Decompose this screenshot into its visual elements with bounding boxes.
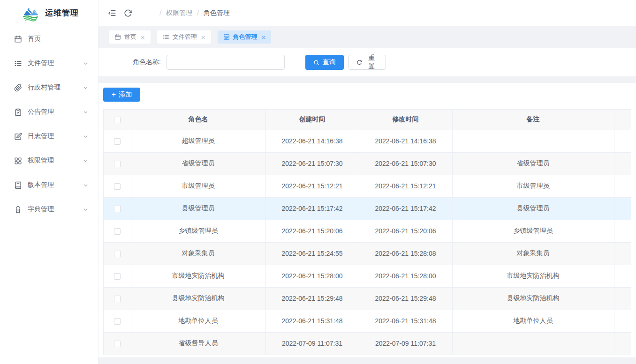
row-checkbox[interactable] bbox=[114, 228, 121, 235]
table-row[interactable]: 市级管理员 2022-06-21 15:12:21 2022-06-21 15:… bbox=[104, 175, 631, 197]
breadcrumb-separator: / bbox=[159, 9, 161, 17]
cell-modified-time: 2022-06-21 15:28:00 bbox=[359, 265, 452, 287]
sidebar-item-dict[interactable]: 字典管理 bbox=[0, 197, 98, 222]
edit-icon bbox=[14, 133, 22, 141]
chevron-down-icon bbox=[83, 134, 89, 140]
cell-remark: 对象采集员 bbox=[452, 242, 614, 265]
row-checkbox[interactable] bbox=[114, 273, 121, 280]
cell-modified-time: 2022-07-09 11:07:31 bbox=[359, 332, 452, 355]
close-icon[interactable]: × bbox=[201, 34, 205, 41]
calendar-icon bbox=[114, 34, 121, 40]
sidebar-item-log[interactable]: 日志管理 bbox=[0, 124, 98, 149]
table-row[interactable]: 县级地灾防治机构 2022-06-21 15:29:48 2022-06-21 … bbox=[104, 287, 631, 310]
paperclip-icon bbox=[14, 84, 22, 92]
reset-button[interactable]: 重置 bbox=[348, 55, 386, 70]
sidebar-item-notice[interactable]: 公告管理 bbox=[0, 100, 98, 124]
list-icon bbox=[163, 34, 169, 40]
grid-icon bbox=[14, 157, 22, 165]
sidebar-item-file[interactable]: 文件管理 bbox=[0, 51, 98, 75]
table-row[interactable]: 乡镇级管理员 2022-06-21 15:20:06 2022-06-21 15… bbox=[104, 220, 631, 242]
table-row[interactable]: 对象采集员 2022-06-21 15:24:55 2022-06-21 15:… bbox=[104, 242, 631, 265]
chevron-down-icon bbox=[83, 207, 89, 213]
chevron-down-icon bbox=[83, 109, 89, 115]
sidebar-item-village[interactable]: 行政村管理 bbox=[0, 75, 98, 100]
col-role-name: 角色名 bbox=[131, 110, 265, 130]
table-row[interactable]: 省级管理员 2022-06-21 15:07:30 2022-06-21 15:… bbox=[104, 152, 631, 175]
breadcrumb-item-permission[interactable]: 权限管理 bbox=[166, 9, 192, 17]
clipboard-icon bbox=[14, 108, 22, 116]
add-button[interactable]: + 添加 bbox=[103, 88, 140, 102]
row-checkbox[interactable] bbox=[114, 296, 121, 302]
menu-fold-icon[interactable] bbox=[104, 5, 120, 21]
col-modified-time: 修改时间 bbox=[359, 110, 452, 130]
cell-role-name: 省级管理员 bbox=[131, 152, 265, 175]
col-created-time: 创建时间 bbox=[265, 110, 359, 130]
select-all-checkbox[interactable] bbox=[114, 117, 121, 123]
cell-role-name: 县级地灾防治机构 bbox=[131, 287, 265, 310]
plus-icon: + bbox=[112, 91, 116, 98]
sidebar-item-version[interactable]: 版本管理 bbox=[0, 173, 98, 197]
sidebar-item-home[interactable]: 首页 bbox=[0, 27, 98, 51]
close-icon[interactable]: × bbox=[262, 34, 266, 41]
cell-created-time: 2022-06-21 15:29:48 bbox=[265, 287, 359, 310]
chevron-down-icon bbox=[83, 60, 89, 67]
cell-modified-time: 2022-06-21 15:17:42 bbox=[359, 197, 452, 220]
table-row[interactable]: 超级管理员 2022-06-21 14:16:38 2022-06-21 14:… bbox=[104, 130, 631, 152]
table-row[interactable]: 县级管理员 2022-06-21 15:17:42 2022-06-21 15:… bbox=[104, 197, 631, 220]
cell-remark: 县级地灾防治机构 bbox=[452, 287, 614, 310]
tab-home[interactable]: 首页 × bbox=[109, 30, 151, 44]
sidebar-item-permission[interactable]: 权限管理 bbox=[0, 149, 98, 173]
col-extra bbox=[614, 110, 631, 130]
cell-remark: 市级管理员 bbox=[452, 175, 614, 197]
refresh-icon[interactable] bbox=[120, 5, 136, 21]
row-checkbox[interactable] bbox=[114, 206, 121, 212]
cell-created-time: 2022-06-21 15:28:00 bbox=[265, 265, 359, 287]
cell-role-name: 市级管理员 bbox=[131, 175, 265, 197]
cell-created-time: 2022-06-21 15:20:06 bbox=[265, 220, 359, 242]
role-table: 角色名 创建时间 修改时间 备注 超级管理员 2022-06-21 14:16:… bbox=[103, 109, 631, 355]
table-header-row: 角色名 创建时间 修改时间 备注 bbox=[104, 110, 631, 130]
table-row[interactable]: 省级督导人员 2022-07-09 11:07:31 2022-07-09 11… bbox=[104, 332, 631, 355]
role-name-label: 角色名称: bbox=[133, 58, 161, 67]
app-logo bbox=[21, 5, 40, 22]
book-icon bbox=[14, 181, 22, 189]
cell-created-time: 2022-06-21 15:17:42 bbox=[265, 197, 359, 220]
chevron-down-icon bbox=[83, 158, 89, 164]
row-checkbox[interactable] bbox=[114, 183, 121, 190]
chevron-down-icon bbox=[83, 182, 89, 188]
main-area: / 权限管理 / 角色管理 首页 × 文件管理 × 角色管理 × 角色名称: 查… bbox=[98, 0, 636, 364]
role-name-input[interactable] bbox=[167, 55, 285, 70]
table-body: 超级管理员 2022-06-21 14:16:38 2022-06-21 14:… bbox=[104, 130, 631, 355]
row-checkbox[interactable] bbox=[114, 341, 121, 347]
calendar-icon bbox=[14, 35, 22, 43]
close-icon[interactable]: × bbox=[141, 34, 145, 41]
row-checkbox[interactable] bbox=[114, 318, 121, 325]
row-checkbox[interactable] bbox=[114, 138, 121, 145]
cell-remark: 县级管理员 bbox=[452, 197, 614, 220]
refresh-icon bbox=[356, 59, 363, 66]
tab-file[interactable]: 文件管理 × bbox=[157, 30, 211, 44]
col-remark: 备注 bbox=[452, 110, 614, 130]
row-checkbox[interactable] bbox=[114, 251, 121, 257]
breadcrumb: / 权限管理 / 角色管理 bbox=[155, 9, 230, 17]
cell-created-time: 2022-06-21 15:12:21 bbox=[265, 175, 359, 197]
cell-remark: 省级管理员 bbox=[452, 152, 614, 175]
tab-role[interactable]: 角色管理 × bbox=[218, 30, 272, 44]
table-row[interactable]: 市级地灾防治机构 2022-06-21 15:28:00 2022-06-21 … bbox=[104, 265, 631, 287]
app-window: 运维管理 首页 文件管理 行政村管理 公告管理 日志管理 权限管理 版本管理 bbox=[0, 0, 636, 364]
cell-remark bbox=[452, 332, 614, 355]
cell-modified-time: 2022-06-21 15:29:48 bbox=[359, 287, 452, 310]
breadcrumb-item-role: 角色管理 bbox=[204, 9, 230, 17]
search-panel: 角色名称: 查询 重置 bbox=[98, 48, 636, 76]
cell-role-name: 乡镇级管理员 bbox=[131, 220, 265, 242]
cell-role-name: 对象采集员 bbox=[131, 242, 265, 265]
topbar: / 权限管理 / 角色管理 bbox=[98, 0, 636, 26]
row-checkbox[interactable] bbox=[114, 161, 121, 167]
sidebar: 运维管理 首页 文件管理 行政村管理 公告管理 日志管理 权限管理 版本管理 bbox=[0, 0, 98, 364]
cell-role-name: 超级管理员 bbox=[131, 130, 265, 152]
table-row[interactable]: 地勘单位人员 2022-06-21 15:31:48 2022-06-21 15… bbox=[104, 310, 631, 332]
cell-modified-time: 2022-06-21 15:20:06 bbox=[359, 220, 452, 242]
cell-modified-time: 2022-06-21 15:07:30 bbox=[359, 152, 452, 175]
query-button[interactable]: 查询 bbox=[305, 55, 344, 70]
search-icon bbox=[313, 59, 319, 66]
